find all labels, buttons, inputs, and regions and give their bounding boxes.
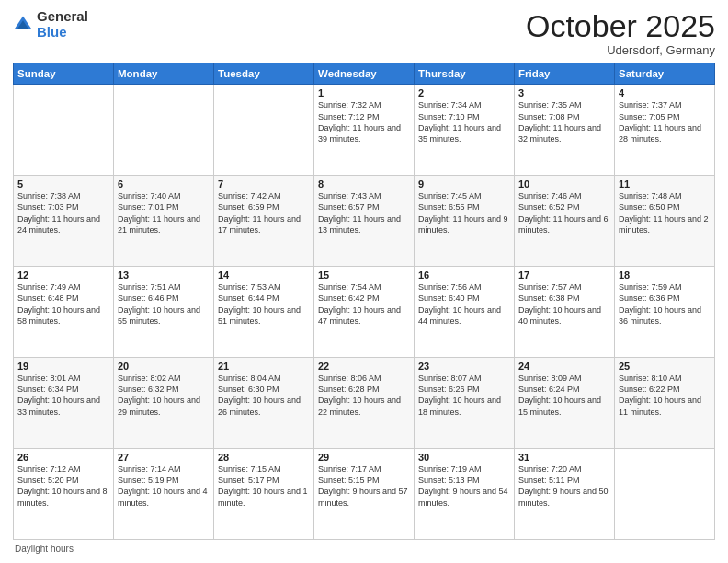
logo-text: General Blue <box>37 9 88 40</box>
day-number: 29 <box>318 452 410 463</box>
calendar-cell: 27Sunrise: 7:14 AM Sunset: 5:19 PM Dayli… <box>114 449 214 540</box>
day-number: 20 <box>118 361 210 372</box>
calendar-day-header: Thursday <box>415 63 515 85</box>
calendar-cell: 6Sunrise: 7:40 AM Sunset: 7:01 PM Daylig… <box>114 176 214 267</box>
cell-detail: Sunrise: 7:57 AM Sunset: 6:38 PM Dayligh… <box>518 282 610 327</box>
calendar-cell <box>615 449 715 540</box>
day-number: 4 <box>619 87 711 98</box>
calendar-table: SundayMondayTuesdayWednesdayThursdayFrid… <box>13 63 715 540</box>
calendar-week-row: 12Sunrise: 7:49 AM Sunset: 6:48 PM Dayli… <box>14 267 715 358</box>
cell-detail: Sunrise: 8:07 AM Sunset: 6:26 PM Dayligh… <box>418 373 510 418</box>
cell-detail: Sunrise: 8:02 AM Sunset: 6:32 PM Dayligh… <box>118 373 210 418</box>
page: General Blue October 2025 Udersdorf, Ger… <box>0 0 728 563</box>
cell-detail: Sunrise: 7:56 AM Sunset: 6:40 PM Dayligh… <box>418 282 510 327</box>
calendar-cell: 19Sunrise: 8:01 AM Sunset: 6:34 PM Dayli… <box>14 358 114 449</box>
cell-detail: Sunrise: 7:51 AM Sunset: 6:46 PM Dayligh… <box>118 282 210 327</box>
header: General Blue October 2025 Udersdorf, Ger… <box>13 9 715 57</box>
calendar-cell: 21Sunrise: 8:04 AM Sunset: 6:30 PM Dayli… <box>214 358 314 449</box>
day-number: 7 <box>218 178 310 190</box>
calendar-cell: 11Sunrise: 7:48 AM Sunset: 6:50 PM Dayli… <box>615 176 715 267</box>
day-number: 10 <box>518 178 610 190</box>
calendar-week-row: 1Sunrise: 7:32 AM Sunset: 7:12 PM Daylig… <box>14 85 715 176</box>
calendar-day-header: Wednesday <box>314 63 415 85</box>
day-number: 6 <box>118 178 210 190</box>
day-number: 9 <box>418 178 510 190</box>
cell-detail: Sunrise: 7:14 AM Sunset: 5:19 PM Dayligh… <box>118 464 210 509</box>
calendar-cell: 5Sunrise: 7:38 AM Sunset: 7:03 PM Daylig… <box>14 176 114 267</box>
day-number: 2 <box>418 87 510 98</box>
day-number: 8 <box>318 178 410 190</box>
calendar-cell: 1Sunrise: 7:32 AM Sunset: 7:12 PM Daylig… <box>314 85 415 176</box>
cell-detail: Sunrise: 7:54 AM Sunset: 6:42 PM Dayligh… <box>318 282 410 327</box>
cell-detail: Sunrise: 7:45 AM Sunset: 6:55 PM Dayligh… <box>418 190 510 236</box>
calendar-cell <box>14 85 114 176</box>
calendar-week-row: 19Sunrise: 8:01 AM Sunset: 6:34 PM Dayli… <box>14 358 715 449</box>
cell-detail: Sunrise: 7:42 AM Sunset: 6:59 PM Dayligh… <box>218 190 310 236</box>
cell-detail: Sunrise: 7:59 AM Sunset: 6:36 PM Dayligh… <box>619 282 711 327</box>
calendar-cell: 15Sunrise: 7:54 AM Sunset: 6:42 PM Dayli… <box>314 267 415 358</box>
calendar-cell: 10Sunrise: 7:46 AM Sunset: 6:52 PM Dayli… <box>515 176 615 267</box>
month-title: October 2025 <box>526 9 715 43</box>
calendar-cell: 3Sunrise: 7:35 AM Sunset: 7:08 PM Daylig… <box>515 85 615 176</box>
cell-detail: Sunrise: 8:04 AM Sunset: 6:30 PM Dayligh… <box>218 373 310 418</box>
day-number: 25 <box>619 361 711 372</box>
day-number: 24 <box>518 361 610 372</box>
calendar-cell: 14Sunrise: 7:53 AM Sunset: 6:44 PM Dayli… <box>214 267 314 358</box>
cell-detail: Sunrise: 7:34 AM Sunset: 7:10 PM Dayligh… <box>418 99 510 144</box>
cell-detail: Sunrise: 8:01 AM Sunset: 6:34 PM Dayligh… <box>17 373 109 418</box>
day-number: 26 <box>17 452 109 463</box>
day-number: 19 <box>17 361 109 372</box>
calendar-header-row: SundayMondayTuesdayWednesdayThursdayFrid… <box>14 63 715 85</box>
calendar-cell <box>114 85 214 176</box>
cell-detail: Sunrise: 7:40 AM Sunset: 7:01 PM Dayligh… <box>118 190 210 236</box>
calendar-week-row: 5Sunrise: 7:38 AM Sunset: 7:03 PM Daylig… <box>14 176 715 267</box>
calendar-cell: 26Sunrise: 7:12 AM Sunset: 5:20 PM Dayli… <box>14 449 114 540</box>
logo: General Blue <box>13 9 88 40</box>
calendar-cell: 17Sunrise: 7:57 AM Sunset: 6:38 PM Dayli… <box>515 267 615 358</box>
calendar-week-row: 26Sunrise: 7:12 AM Sunset: 5:20 PM Dayli… <box>14 449 715 540</box>
day-number: 18 <box>619 270 711 281</box>
cell-detail: Sunrise: 7:43 AM Sunset: 6:57 PM Dayligh… <box>318 190 410 236</box>
cell-detail: Sunrise: 7:53 AM Sunset: 6:44 PM Dayligh… <box>218 282 310 327</box>
cell-detail: Sunrise: 7:48 AM Sunset: 6:50 PM Dayligh… <box>619 190 711 236</box>
cell-detail: Sunrise: 7:17 AM Sunset: 5:15 PM Dayligh… <box>318 464 410 509</box>
day-number: 17 <box>518 270 610 281</box>
cell-detail: Sunrise: 7:12 AM Sunset: 5:20 PM Dayligh… <box>17 464 109 509</box>
calendar-cell: 29Sunrise: 7:17 AM Sunset: 5:15 PM Dayli… <box>314 449 415 540</box>
calendar-cell: 20Sunrise: 8:02 AM Sunset: 6:32 PM Dayli… <box>114 358 214 449</box>
day-number: 5 <box>17 178 109 190</box>
cell-detail: Sunrise: 7:38 AM Sunset: 7:03 PM Dayligh… <box>17 190 109 236</box>
cell-detail: Sunrise: 7:35 AM Sunset: 7:08 PM Dayligh… <box>518 99 610 144</box>
calendar-cell: 25Sunrise: 8:10 AM Sunset: 6:22 PM Dayli… <box>615 358 715 449</box>
calendar-day-header: Monday <box>114 63 214 85</box>
day-number: 30 <box>418 452 510 463</box>
day-number: 15 <box>318 270 410 281</box>
footer-note: Daylight hours <box>13 544 715 554</box>
cell-detail: Sunrise: 7:15 AM Sunset: 5:17 PM Dayligh… <box>218 464 310 509</box>
calendar-cell: 16Sunrise: 7:56 AM Sunset: 6:40 PM Dayli… <box>415 267 515 358</box>
calendar-cell: 23Sunrise: 8:07 AM Sunset: 6:26 PM Dayli… <box>415 358 515 449</box>
day-number: 23 <box>418 361 510 372</box>
calendar-cell: 2Sunrise: 7:34 AM Sunset: 7:10 PM Daylig… <box>415 85 515 176</box>
calendar-cell: 7Sunrise: 7:42 AM Sunset: 6:59 PM Daylig… <box>214 176 314 267</box>
calendar-cell: 8Sunrise: 7:43 AM Sunset: 6:57 PM Daylig… <box>314 176 415 267</box>
day-number: 21 <box>218 361 310 372</box>
calendar-cell: 30Sunrise: 7:19 AM Sunset: 5:13 PM Dayli… <box>415 449 515 540</box>
cell-detail: Sunrise: 8:06 AM Sunset: 6:28 PM Dayligh… <box>318 373 410 418</box>
day-number: 14 <box>218 270 310 281</box>
calendar-cell: 28Sunrise: 7:15 AM Sunset: 5:17 PM Dayli… <box>214 449 314 540</box>
calendar-cell: 18Sunrise: 7:59 AM Sunset: 6:36 PM Dayli… <box>615 267 715 358</box>
cell-detail: Sunrise: 8:09 AM Sunset: 6:24 PM Dayligh… <box>518 373 610 418</box>
cell-detail: Sunrise: 7:20 AM Sunset: 5:11 PM Dayligh… <box>518 464 610 509</box>
calendar-day-header: Saturday <box>615 63 715 85</box>
day-number: 27 <box>118 452 210 463</box>
cell-detail: Sunrise: 7:37 AM Sunset: 7:05 PM Dayligh… <box>619 99 711 144</box>
calendar-cell: 4Sunrise: 7:37 AM Sunset: 7:05 PM Daylig… <box>615 85 715 176</box>
cell-detail: Sunrise: 8:10 AM Sunset: 6:22 PM Dayligh… <box>619 373 711 418</box>
calendar-cell: 22Sunrise: 8:06 AM Sunset: 6:28 PM Dayli… <box>314 358 415 449</box>
cell-detail: Sunrise: 7:32 AM Sunset: 7:12 PM Dayligh… <box>318 99 410 144</box>
day-number: 1 <box>318 87 410 98</box>
cell-detail: Sunrise: 7:46 AM Sunset: 6:52 PM Dayligh… <box>518 190 610 236</box>
calendar-cell: 12Sunrise: 7:49 AM Sunset: 6:48 PM Dayli… <box>14 267 114 358</box>
day-number: 28 <box>218 452 310 463</box>
